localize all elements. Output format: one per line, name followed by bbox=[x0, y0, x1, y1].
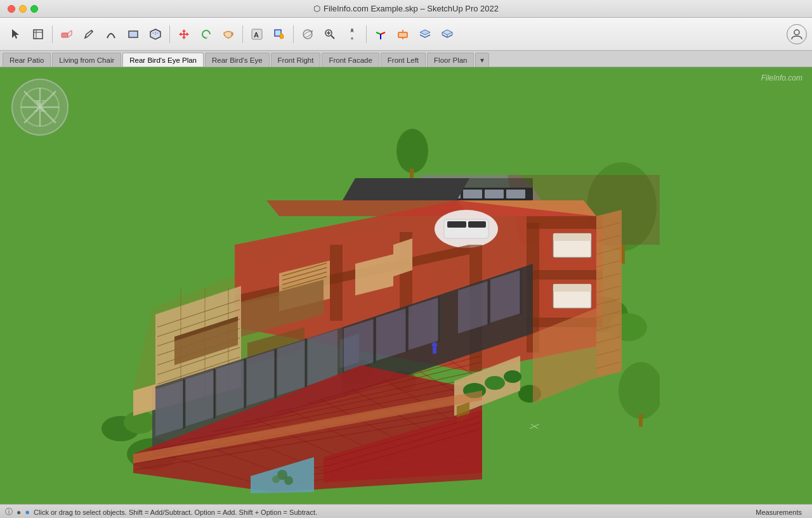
svg-rect-55 bbox=[447, 221, 466, 228]
svg-marker-99 bbox=[277, 340, 306, 396]
measurements-label: Measurements bbox=[756, 508, 807, 516]
move-tool[interactable] bbox=[173, 23, 195, 45]
status-warning-icon[interactable]: ● bbox=[25, 507, 30, 517]
section-plane-tool[interactable] bbox=[392, 23, 414, 45]
svg-line-174 bbox=[531, 424, 538, 429]
more-scenes-button[interactable]: ▾ bbox=[475, 53, 489, 67]
svg-line-8 bbox=[331, 36, 334, 39]
svg-rect-0 bbox=[62, 33, 68, 37]
make-component-tool[interactable] bbox=[27, 23, 49, 45]
sep5 bbox=[366, 25, 367, 43]
walk-tool[interactable] bbox=[341, 23, 363, 45]
tab-rear-birds-eye[interactable]: Rear Bird's Eye bbox=[205, 53, 270, 67]
status-help-icon[interactable]: ⓘ bbox=[5, 507, 13, 517]
svg-point-149 bbox=[504, 370, 521, 383]
traffic-lights bbox=[8, 5, 38, 13]
eraser-tool[interactable] bbox=[56, 23, 77, 45]
svg-point-32 bbox=[124, 411, 155, 434]
status-message: Click or drag to select objects. Shift =… bbox=[34, 508, 317, 516]
tab-rear-patio[interactable]: Rear Patio bbox=[3, 53, 51, 67]
sep4 bbox=[293, 25, 294, 43]
svg-rect-56 bbox=[468, 221, 486, 228]
tab-front-right[interactable]: Front Right bbox=[271, 53, 321, 67]
tool-group-text: A bbox=[246, 23, 290, 45]
sketchup-icon: ⬡ bbox=[313, 4, 320, 13]
tab-rear-birds-eye-plan[interactable]: Rear Bird's Eye Plan bbox=[122, 53, 204, 67]
svg-marker-50 bbox=[343, 178, 469, 200]
svg-marker-97 bbox=[216, 360, 245, 416]
house-svg bbox=[51, 118, 660, 498]
house-model bbox=[51, 118, 660, 498]
window-title: ⬡ FileInfo.com Example.skp – SketchUp Pr… bbox=[313, 4, 499, 13]
svg-point-148 bbox=[485, 376, 505, 390]
user-account-button[interactable] bbox=[787, 24, 807, 44]
sep3 bbox=[242, 25, 243, 43]
component-options-tool[interactable] bbox=[436, 23, 458, 45]
tool-group-camera bbox=[297, 23, 363, 45]
tab-living-from-chair[interactable]: Living from Chair bbox=[52, 53, 121, 67]
zoom-tool[interactable] bbox=[319, 23, 341, 45]
svg-text:A: A bbox=[254, 31, 259, 39]
svg-rect-49 bbox=[506, 190, 525, 198]
tool-group-modify bbox=[173, 23, 239, 45]
svg-rect-68 bbox=[553, 233, 591, 241]
svg-rect-15 bbox=[398, 32, 407, 37]
svg-rect-1 bbox=[129, 31, 138, 37]
svg-rect-30 bbox=[639, 414, 643, 427]
axes-tool[interactable] bbox=[370, 23, 391, 45]
viewport[interactable]: X FileInfo.com bbox=[0, 67, 812, 504]
svg-rect-151 bbox=[433, 347, 436, 354]
paint-tool[interactable] bbox=[268, 23, 290, 45]
svg-point-11 bbox=[351, 29, 353, 31]
svg-point-23 bbox=[396, 129, 428, 173]
title-bar: ⬡ FileInfo.com Example.skp – SketchUp Pr… bbox=[0, 0, 812, 18]
svg-marker-62 bbox=[527, 216, 603, 229]
scene-tabs: Rear Patio Living from Chair Rear Bird's… bbox=[0, 51, 812, 67]
tool-group-draw bbox=[56, 23, 166, 45]
maximize-button[interactable] bbox=[30, 5, 38, 13]
svg-rect-48 bbox=[485, 190, 504, 198]
tool-group-select bbox=[5, 23, 49, 45]
svg-point-150 bbox=[432, 342, 437, 347]
status-bar: ⓘ ● ● Click or drag to select objects. S… bbox=[0, 504, 812, 518]
tab-front-facade[interactable]: Front Facade bbox=[322, 53, 379, 67]
pencil-tool[interactable] bbox=[78, 23, 100, 45]
tab-front-left[interactable]: Front Left bbox=[381, 53, 426, 67]
followme-tool[interactable] bbox=[218, 23, 239, 45]
toolbar: A bbox=[0, 18, 812, 51]
sep2 bbox=[169, 25, 170, 43]
pushpull-tool[interactable] bbox=[145, 23, 166, 45]
sep1 bbox=[52, 25, 53, 43]
minimize-button[interactable] bbox=[19, 5, 27, 13]
svg-marker-96 bbox=[186, 370, 214, 426]
layers-tool[interactable] bbox=[414, 23, 436, 45]
svg-line-13 bbox=[376, 32, 381, 34]
svg-marker-63 bbox=[527, 270, 603, 280]
svg-rect-47 bbox=[463, 190, 482, 198]
svg-point-145 bbox=[284, 476, 293, 485]
svg-rect-70 bbox=[553, 284, 591, 292]
svg-marker-95 bbox=[155, 380, 184, 436]
orbit-tool[interactable] bbox=[297, 23, 318, 45]
svg-marker-98 bbox=[247, 350, 275, 406]
close-button[interactable] bbox=[8, 5, 15, 13]
rectangle-tool[interactable] bbox=[122, 23, 144, 45]
select-tool[interactable] bbox=[5, 23, 27, 45]
svg-point-16 bbox=[794, 30, 799, 35]
tab-floor-plan[interactable]: Floor Plan bbox=[427, 53, 474, 67]
text-tool[interactable]: A bbox=[246, 23, 268, 45]
status-info-icon[interactable]: ● bbox=[16, 508, 21, 517]
arc-tool[interactable] bbox=[100, 23, 122, 45]
svg-line-12 bbox=[381, 32, 385, 34]
rotate-tool[interactable] bbox=[195, 23, 217, 45]
svg-point-144 bbox=[272, 476, 280, 483]
svg-marker-71 bbox=[393, 238, 412, 276]
svg-point-29 bbox=[619, 362, 660, 419]
svg-marker-58 bbox=[330, 245, 343, 321]
tool-group-view bbox=[370, 23, 458, 45]
